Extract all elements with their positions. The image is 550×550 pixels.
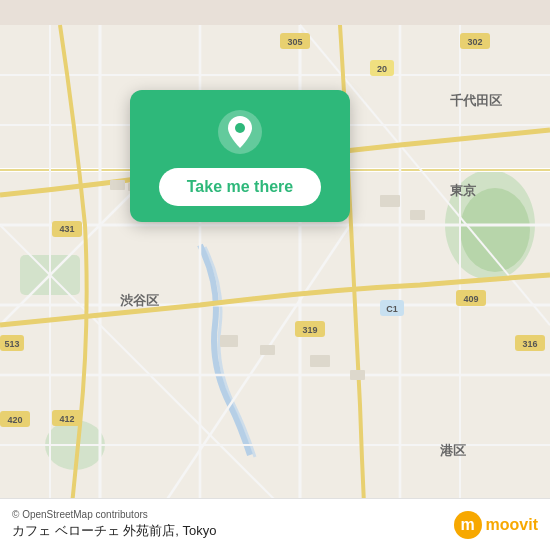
- svg-text:千代田区: 千代田区: [450, 93, 502, 108]
- svg-text:東京: 東京: [450, 183, 477, 198]
- svg-text:港区: 港区: [440, 443, 466, 458]
- svg-rect-58: [350, 370, 365, 380]
- svg-text:431: 431: [59, 224, 74, 234]
- take-me-there-button[interactable]: Take me there: [159, 168, 321, 206]
- place-name: カフェ ベローチェ 外苑前店, Tokyo: [12, 522, 454, 540]
- location-pin-icon: [218, 110, 262, 154]
- svg-rect-53: [380, 195, 400, 207]
- svg-rect-54: [410, 210, 425, 220]
- moovit-logo: m moovit: [454, 511, 538, 539]
- svg-text:渋谷区: 渋谷区: [120, 293, 159, 308]
- svg-rect-57: [310, 355, 330, 367]
- svg-text:412: 412: [59, 414, 74, 424]
- moovit-icon: m: [454, 511, 482, 539]
- svg-text:319: 319: [302, 325, 317, 335]
- svg-text:316: 316: [522, 339, 537, 349]
- moovit-label: moovit: [486, 516, 538, 534]
- svg-rect-50: [110, 180, 125, 190]
- svg-text:420: 420: [7, 415, 22, 425]
- map-container: 305 302 431 20 319 C1 409 513 420 412 31…: [0, 0, 550, 550]
- svg-text:513: 513: [4, 339, 19, 349]
- svg-text:20: 20: [377, 64, 387, 74]
- svg-rect-56: [260, 345, 275, 355]
- map-background: 305 302 431 20 319 C1 409 513 420 412 31…: [0, 0, 550, 550]
- svg-text:302: 302: [467, 37, 482, 47]
- svg-text:305: 305: [287, 37, 302, 47]
- map-attribution: © OpenStreetMap contributors: [12, 509, 454, 520]
- bottom-bar: © OpenStreetMap contributors カフェ ベローチェ 外…: [0, 498, 550, 550]
- svg-rect-55: [220, 335, 238, 347]
- svg-point-60: [235, 123, 245, 133]
- location-card: Take me there: [130, 90, 350, 222]
- svg-text:409: 409: [463, 294, 478, 304]
- svg-text:C1: C1: [386, 304, 398, 314]
